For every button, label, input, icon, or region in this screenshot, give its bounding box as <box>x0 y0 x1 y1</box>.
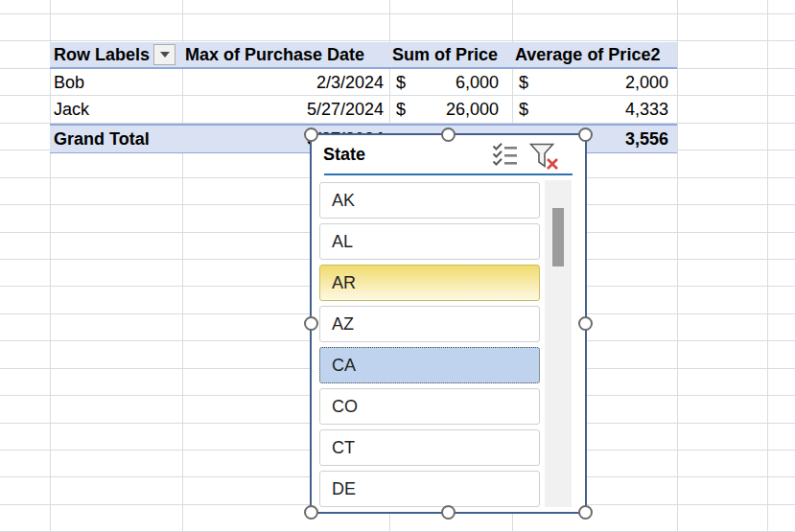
resize-handle-bottom-left[interactable] <box>304 505 318 520</box>
grand-total-label[interactable]: Grand Total <box>50 124 182 153</box>
pivot-cell-name[interactable]: Jack <box>50 96 182 124</box>
resize-handle-bottom-center[interactable] <box>441 505 456 520</box>
resize-handle-top-right[interactable] <box>578 127 593 142</box>
avg-value: 4,333 <box>625 100 668 120</box>
slicer-item-list: AK AL AR AZ CA CO CT DE <box>312 175 585 512</box>
pivot-cell-avg[interactable]: $ 4,333 <box>512 96 677 124</box>
resize-handle-middle-left[interactable] <box>304 316 318 331</box>
slicer-title: State <box>323 145 365 165</box>
slicer-item-ak[interactable]: AK <box>319 182 540 219</box>
pivot-header-sum-price[interactable]: Sum of Price <box>389 42 512 69</box>
currency-symbol: $ <box>396 100 406 120</box>
pivot-cell-date[interactable]: 5/27/2024 <box>182 96 389 124</box>
slicer-item-de[interactable]: DE <box>319 471 540 507</box>
currency-symbol: $ <box>519 73 528 93</box>
currency-symbol: $ <box>519 100 528 120</box>
sum-value: 26,000 <box>446 100 499 120</box>
slicer-item-co[interactable]: CO <box>319 388 540 425</box>
avg-value: 2,000 <box>625 73 668 93</box>
dropdown-arrow-icon <box>160 52 170 58</box>
pivot-header-row-labels[interactable]: Row Labels <box>50 42 182 69</box>
pivot-cell-date[interactable]: 2/3/2024 <box>182 69 389 96</box>
row-labels-filter-button[interactable] <box>153 44 175 65</box>
slicer-item-ct[interactable]: CT <box>319 429 540 466</box>
currency-symbol: $ <box>396 73 406 93</box>
row-labels-text: Row Labels <box>54 45 150 65</box>
scrollbar-thumb[interactable] <box>552 208 564 266</box>
multi-select-icon[interactable] <box>492 143 518 171</box>
pivot-cell-name[interactable]: Bob <box>50 69 182 96</box>
pivot-cell-avg[interactable]: $ 2,000 <box>512 69 677 96</box>
slicer-item-az[interactable]: AZ <box>319 306 540 342</box>
state-slicer[interactable]: State <box>310 133 587 514</box>
spreadsheet: Row Labels Max of Purchase Date Sum of P… <box>0 0 795 532</box>
slicer-item-ar[interactable]: AR <box>319 265 540 301</box>
resize-handle-top-left[interactable] <box>304 127 318 142</box>
pivot-header-max-date[interactable]: Max of Purchase Date <box>182 42 389 69</box>
slicer-item-ca[interactable]: CA <box>319 347 540 383</box>
resize-handle-bottom-right[interactable] <box>578 505 593 520</box>
pivot-cell-sum[interactable]: $ 6,000 <box>389 69 512 96</box>
pivot-header-avg-price2[interactable]: Average of Price2 <box>512 42 677 69</box>
clear-filter-icon[interactable] <box>529 143 561 175</box>
sum-value: 6,000 <box>456 73 499 93</box>
resize-handle-middle-right[interactable] <box>578 316 593 331</box>
pivot-cell-sum[interactable]: $ 26,000 <box>389 96 512 124</box>
slicer-scrollbar[interactable] <box>545 180 572 507</box>
resize-handle-top-center[interactable] <box>441 127 456 142</box>
slicer-item-al[interactable]: AL <box>319 223 540 260</box>
